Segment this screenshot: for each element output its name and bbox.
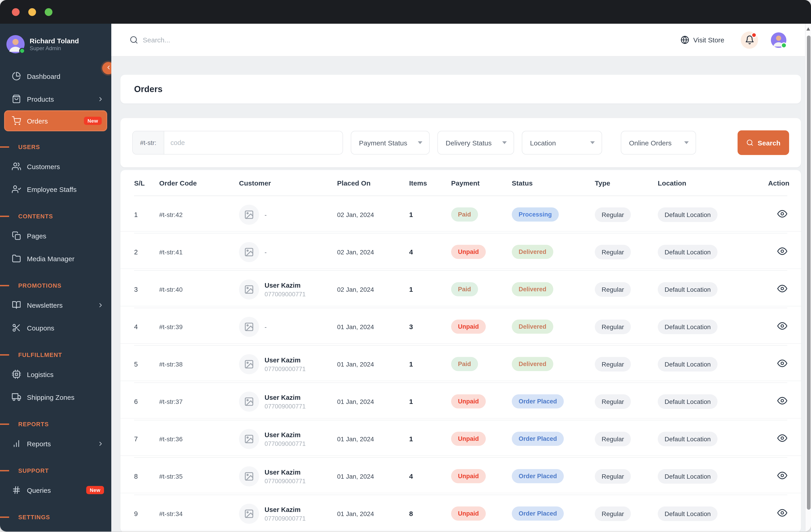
cell-customer: User Kazim077009000771 — [239, 466, 337, 486]
cell-order-code: #t-str:36 — [159, 435, 239, 442]
eye-icon — [777, 358, 787, 368]
delivery-status-select[interactable]: Delivery Status — [438, 131, 514, 155]
eye-icon — [777, 209, 787, 219]
notification-dot — [751, 32, 757, 37]
minimize-window-button[interactable] — [28, 8, 36, 16]
sidebar-item-orders[interactable]: Orders New — [4, 110, 107, 131]
cell-location: Default Location — [658, 319, 768, 334]
cell-type: Regular — [595, 245, 658, 259]
customer-phone: 077009000771 — [264, 365, 306, 372]
truck-icon — [12, 392, 21, 402]
payment-badge: Unpaid — [451, 469, 486, 483]
cell-serial: 5 — [134, 360, 159, 367]
maximize-window-button[interactable] — [45, 8, 52, 16]
close-window-button[interactable] — [12, 8, 20, 16]
cell-action — [768, 246, 787, 257]
view-order-button[interactable] — [777, 396, 787, 406]
sidebar-item-media-manager[interactable]: Media Manager — [0, 247, 111, 270]
section-header-label: REPORTS — [18, 421, 49, 427]
cell-items: 4 — [409, 248, 451, 256]
sidebar-item-queries[interactable]: Queries New — [0, 479, 111, 501]
order-code-input-group: #t-str: — [132, 131, 343, 155]
column-header-customer: Customer — [239, 179, 337, 187]
sidebar-item-logistics[interactable]: Logistics — [0, 363, 111, 386]
cell-payment: Unpaid — [451, 319, 512, 334]
sidebar-item-dashboard[interactable]: Dashboard — [0, 65, 111, 88]
view-order-button[interactable] — [777, 433, 787, 443]
view-order-button[interactable] — [777, 358, 787, 368]
cell-placed-on: 02 Jan, 2024 — [337, 286, 409, 293]
cell-items: 4 — [409, 472, 451, 480]
column-header-location: Location — [658, 179, 768, 187]
sidebar-item-label: Products — [27, 95, 91, 103]
cell-order-code: #t-str:34 — [159, 510, 239, 517]
chevron-right-icon — [97, 95, 104, 102]
view-order-button[interactable] — [777, 470, 787, 481]
sidebar-item-newsletters[interactable]: Newsletters — [0, 294, 111, 316]
topbar-avatar[interactable] — [771, 32, 786, 48]
cell-location: Default Location — [658, 506, 768, 521]
view-order-button[interactable] — [777, 209, 787, 219]
eye-icon — [777, 433, 787, 443]
chevron-right-icon — [97, 440, 104, 447]
customer-name: User Kazim — [264, 357, 301, 364]
column-header-s-l: S/L — [134, 179, 159, 187]
sidebar-item-appearance[interactable]: Appearance — [0, 525, 111, 532]
delivery-status-label: Delivery Status — [446, 139, 492, 146]
sidebar-item-customers[interactable]: Customers — [0, 155, 111, 178]
global-search[interactable] — [129, 35, 676, 44]
view-order-button[interactable] — [777, 246, 787, 256]
customer-image-placeholder-icon — [239, 391, 259, 411]
notifications-button[interactable] — [741, 31, 758, 49]
sidebar-item-employee-staffs[interactable]: Employee Staffs — [0, 178, 111, 201]
customer-image-placeholder-icon — [239, 503, 259, 523]
cell-action — [768, 321, 787, 332]
search-button[interactable]: Search — [737, 130, 789, 155]
vertical-scrollbar[interactable] — [805, 24, 811, 532]
online-orders-select[interactable]: Online Orders — [621, 131, 696, 155]
table-row: 7 #t-str:36 User Kazim077009000771 01 Ja… — [134, 420, 787, 458]
sidebar-item-shipping-zones[interactable]: Shipping Zones — [0, 386, 111, 408]
chevron-left-icon — [105, 64, 111, 72]
cell-action — [768, 209, 787, 220]
status-badge: Order Placed — [512, 469, 564, 483]
view-order-button[interactable] — [777, 321, 787, 331]
sidebar-item-pages[interactable]: Pages — [0, 224, 111, 247]
sidebar-item-reports[interactable]: Reports — [0, 432, 111, 455]
view-order-button[interactable] — [777, 508, 787, 518]
caret-down-icon — [502, 141, 507, 144]
cell-serial: 3 — [134, 286, 159, 293]
cell-location: Default Location — [658, 432, 768, 446]
caret-down-icon — [684, 141, 689, 144]
sidebar-item-products[interactable]: Products — [0, 88, 111, 110]
sidebar-item-coupons[interactable]: Coupons — [0, 316, 111, 339]
view-order-button[interactable] — [777, 284, 787, 294]
cell-customer: User Kazim077009000771 — [239, 429, 337, 449]
cell-status: Order Placed — [512, 394, 595, 408]
new-badge: New — [86, 486, 104, 494]
cell-order-code: #t-str:39 — [159, 323, 239, 330]
scrollbar-up-arrow-icon[interactable] — [807, 27, 810, 31]
sidebar-user-card[interactable]: Richard Toland Super Admin — [0, 24, 111, 64]
eye-icon — [777, 284, 787, 294]
location-select[interactable]: Location — [522, 131, 602, 155]
payment-status-select[interactable]: Payment Status — [351, 131, 430, 155]
cell-customer: User Kazim077009000771 — [239, 279, 337, 299]
payment-status-label: Payment Status — [359, 139, 407, 146]
location-label: Location — [530, 139, 556, 146]
scrollbar-thumb[interactable] — [807, 35, 810, 510]
section-header-label: USERS — [18, 143, 40, 150]
cell-location: Default Location — [658, 245, 768, 259]
search-input[interactable] — [143, 36, 325, 44]
app-window: Richard Toland Super Admin Dashboard Pro… — [0, 0, 811, 532]
location-badge: Default Location — [658, 469, 718, 483]
customer-image-placeholder-icon — [239, 279, 259, 299]
visit-store-button[interactable]: Visit Store — [680, 35, 724, 44]
online-status-dot — [781, 42, 787, 48]
cell-type: Regular — [595, 282, 658, 297]
payment-badge: Paid — [451, 282, 478, 296]
hash-icon — [12, 485, 21, 495]
order-code-input[interactable] — [164, 131, 342, 154]
pages-icon — [12, 231, 21, 240]
customer-name: User Kazim — [264, 432, 301, 439]
